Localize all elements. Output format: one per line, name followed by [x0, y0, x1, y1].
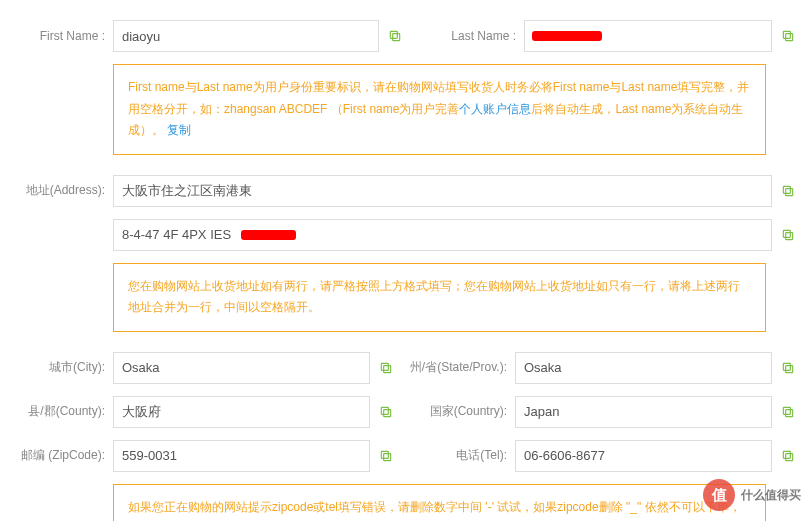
copy-icon[interactable]	[780, 28, 796, 44]
svg-rect-16	[384, 454, 391, 461]
address-notice: 您在购物网站上收货地址如有两行，请严格按照上方格式填写；您在购物网站上收货地址如…	[113, 263, 766, 332]
copy-icon[interactable]	[378, 360, 394, 376]
copy-icon[interactable]	[780, 448, 796, 464]
county-label: 县/郡(County):	[15, 403, 105, 420]
svg-rect-1	[390, 31, 397, 38]
copy-icon[interactable]	[378, 448, 394, 464]
watermark-text: 什么值得买	[741, 487, 801, 504]
copy-icon[interactable]	[780, 404, 796, 420]
country-input[interactable]	[515, 396, 772, 428]
svg-rect-17	[381, 451, 388, 458]
tel-input[interactable]	[515, 440, 772, 472]
svg-rect-14	[786, 410, 793, 417]
svg-rect-8	[384, 366, 391, 373]
last-name-label: Last Name :	[411, 29, 516, 43]
first-name-label: First Name :	[15, 29, 105, 43]
copy-icon[interactable]	[780, 360, 796, 376]
zipcode-label: 邮编 (ZipCode):	[15, 447, 105, 464]
svg-rect-15	[783, 407, 790, 414]
svg-rect-10	[786, 366, 793, 373]
address-line1-input[interactable]	[113, 175, 772, 207]
svg-rect-18	[786, 454, 793, 461]
tel-label: 电话(Tel):	[402, 447, 507, 464]
svg-rect-0	[393, 34, 400, 41]
county-input[interactable]	[113, 396, 370, 428]
name-notice: First name与Last name为用户身份重要标识，请在购物网站填写收货…	[113, 64, 766, 155]
svg-rect-13	[381, 407, 388, 414]
svg-rect-11	[783, 363, 790, 370]
redacted-mark	[532, 31, 602, 41]
svg-rect-2	[786, 34, 793, 41]
address-label: 地址(Address):	[15, 182, 105, 199]
copy-icon[interactable]	[780, 227, 796, 243]
svg-rect-4	[786, 188, 793, 195]
watermark-badge: 值	[703, 479, 735, 511]
copy-icon[interactable]	[780, 183, 796, 199]
first-name-input[interactable]	[113, 20, 379, 52]
country-label: 国家(Country):	[402, 403, 507, 420]
state-label: 州/省(State/Prov.):	[402, 359, 507, 376]
copy-icon[interactable]	[387, 28, 403, 44]
svg-rect-12	[384, 410, 391, 417]
city-input[interactable]	[113, 352, 370, 384]
state-input[interactable]	[515, 352, 772, 384]
svg-rect-3	[783, 31, 790, 38]
city-label: 城市(City):	[15, 359, 105, 376]
svg-rect-7	[783, 230, 790, 237]
svg-rect-9	[381, 363, 388, 370]
redacted-mark	[241, 230, 296, 240]
svg-rect-5	[783, 186, 790, 193]
watermark: 值 什么值得买	[703, 479, 801, 511]
copy-link[interactable]: 复制	[167, 123, 191, 137]
zipcode-notice: 如果您正在购物的网站提示zipcode或tel填写错误，请删除数字中间 '-' …	[113, 484, 766, 521]
zipcode-input[interactable]	[113, 440, 370, 472]
account-info-link[interactable]: 个人账户信息	[459, 102, 531, 116]
copy-icon[interactable]	[378, 404, 394, 420]
address-line2-input[interactable]	[113, 219, 772, 251]
svg-rect-19	[783, 451, 790, 458]
svg-rect-6	[786, 232, 793, 239]
